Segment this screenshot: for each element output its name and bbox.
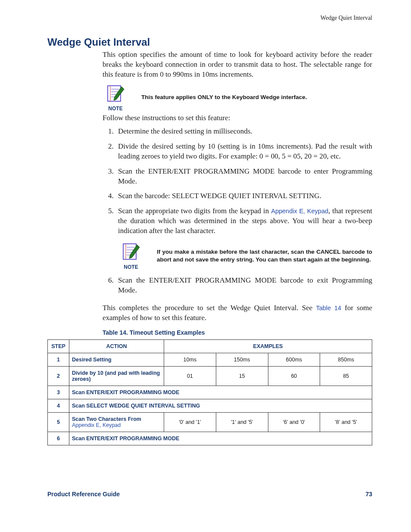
note-block-2: NOTE If you make a mistake before the la… [118,241,372,271]
step-2: Divide the desired setting by 10 (settin… [115,142,372,162]
step-5: Scan the appropriate two digits from the… [115,206,372,271]
table-row: 2 Divide by 10 (and pad with leading zer… [48,367,372,386]
intro-paragraph: This option specifies the amount of time… [103,50,372,80]
step-3: Scan the ENTER/EXIT PROGRAMMING MODE bar… [115,167,372,187]
closing-paragraph: This completes the procedure to set the … [103,303,372,323]
header-step: STEP [48,340,69,353]
notepad-icon [121,241,141,262]
table-row: 6 Scan ENTER/EXIT PROGRAMMING MODE [48,432,372,445]
header-action: ACTION [69,340,164,353]
step-6: Scan the ENTER/EXIT PROGRAMMING MODE bar… [115,276,372,296]
follow-text: Follow these instructions to set this fe… [103,113,372,123]
notepad-icon [105,83,126,104]
table-row: 3 Scan ENTER/EXIT PROGRAMMING MODE [48,386,372,399]
examples-table: STEP ACTION EXAMPLES 1 Desired Setting 1… [47,339,372,445]
table-row: 4 Scan SELECT WEDGE QUIET INTERVAL SETTI… [48,399,372,413]
running-header: Wedge Quiet Interval [47,15,372,22]
instruction-list: Determine the desired setting in millise… [103,127,372,296]
footer-left: Product Reference Guide [47,491,120,498]
step-1: Determine the desired setting in millise… [115,127,372,137]
note-text: If you make a mistake before the last ch… [157,248,372,264]
section-title: Wedge Quiet Interval [47,36,372,48]
note-label: NOTE [108,106,122,112]
appendix-e-link[interactable]: Appendix E, Keypad [271,208,328,215]
table-row: 1 Desired Setting 10ms 150ms 600ms 850ms [48,353,372,367]
note-text: This feature applies ONLY to the Keyboar… [141,93,372,101]
page-footer: Product Reference Guide 73 [47,491,372,498]
table-14-link[interactable]: Table 14 [316,305,341,311]
table-header-row: STEP ACTION EXAMPLES [48,340,372,353]
appendix-e-link-table[interactable]: Appendix E, Keypad [72,422,121,428]
header-examples: EXAMPLES [164,340,372,353]
note-block: NOTE This feature applies ONLY to the Ke… [103,83,372,112]
note-label: NOTE [124,264,138,271]
table-row: 5 Scan Two Characters From Appendix E, K… [48,413,372,432]
footer-page-number: 73 [365,491,372,498]
step-4: Scan the barcode: SELECT WEDGE QUIET INT… [115,191,372,201]
table-title: Table 14. Timeout Setting Examples [103,329,372,336]
